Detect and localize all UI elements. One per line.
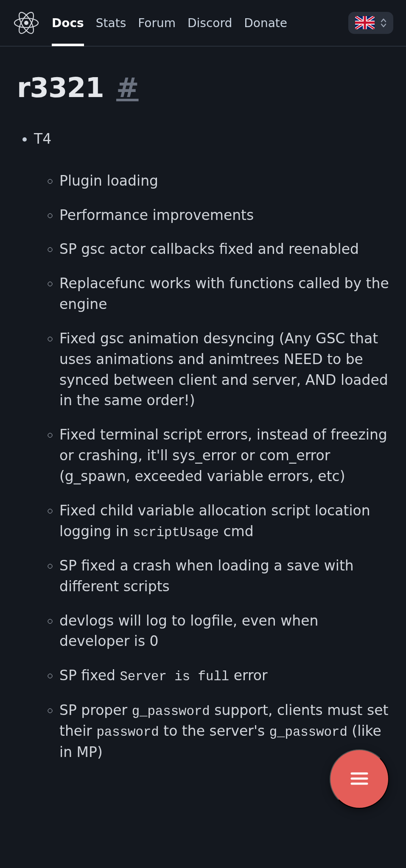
changelog-root: T4 Plugin loading Performance improvemen… — [17, 129, 389, 762]
changelog-item: SP proper g_password support, clients mu… — [59, 700, 389, 763]
text: error — [229, 667, 267, 684]
menu-icon — [347, 767, 371, 792]
nav-docs[interactable]: Docs — [52, 0, 84, 46]
inline-code: Server is full — [120, 669, 229, 684]
changelog-items: Plugin loading Performance improvements … — [34, 171, 389, 763]
inline-code: password — [96, 725, 159, 740]
changelog-item: SP fixed a crash when loading a save wit… — [59, 556, 389, 597]
changelog-item: Fixed child variable allocation script l… — [59, 501, 389, 542]
nav-discord[interactable]: Discord — [188, 0, 232, 46]
changelog-item: Fixed gsc animation desyncing (Any GSC t… — [59, 328, 389, 411]
section-label: T4 — [34, 131, 51, 147]
logo-icon[interactable] — [13, 9, 40, 36]
top-nav: Docs Stats Forum Discord Donate — [0, 0, 406, 47]
chevron-up-down-icon — [381, 18, 386, 28]
changelog-item: Replacefunc works with functions called … — [59, 273, 389, 315]
changelog-item: devlogs will log to logfile, even when d… — [59, 611, 389, 652]
text: SP fixed — [59, 667, 120, 684]
text: to the server's — [159, 723, 269, 739]
changelog-item: Fixed terminal script errors, instead of… — [59, 425, 389, 487]
changelog-item: Performance improvements — [59, 205, 389, 226]
svg-point-0 — [24, 21, 28, 25]
nav-stats[interactable]: Stats — [96, 0, 126, 46]
page-title: r3321 # — [17, 72, 389, 103]
changelog-item: Plugin loading — [59, 171, 389, 192]
anchor-link[interactable]: # — [116, 72, 139, 103]
text: SP proper — [59, 702, 132, 718]
main-nav: Docs Stats Forum Discord Donate — [52, 0, 336, 46]
title-text: r3321 — [17, 72, 104, 103]
nav-forum[interactable]: Forum — [138, 0, 176, 46]
text: cmd — [219, 523, 254, 540]
inline-code: g_password — [269, 725, 347, 740]
changelog-section: T4 Plugin loading Performance improvemen… — [34, 129, 389, 762]
language-selector[interactable] — [348, 12, 393, 34]
changelog-item: SP gsc actor callbacks fixed and reenabl… — [59, 239, 389, 260]
changelog-item: SP fixed Server is full error — [59, 665, 389, 686]
toc-fab-button[interactable] — [330, 749, 389, 809]
flag-uk-icon — [355, 16, 375, 30]
inline-code: scriptUsage — [133, 525, 219, 540]
inline-code: g_password — [132, 704, 210, 719]
page-content: r3321 # T4 Plugin loading Performance im… — [0, 47, 406, 844]
nav-donate[interactable]: Donate — [244, 0, 287, 46]
